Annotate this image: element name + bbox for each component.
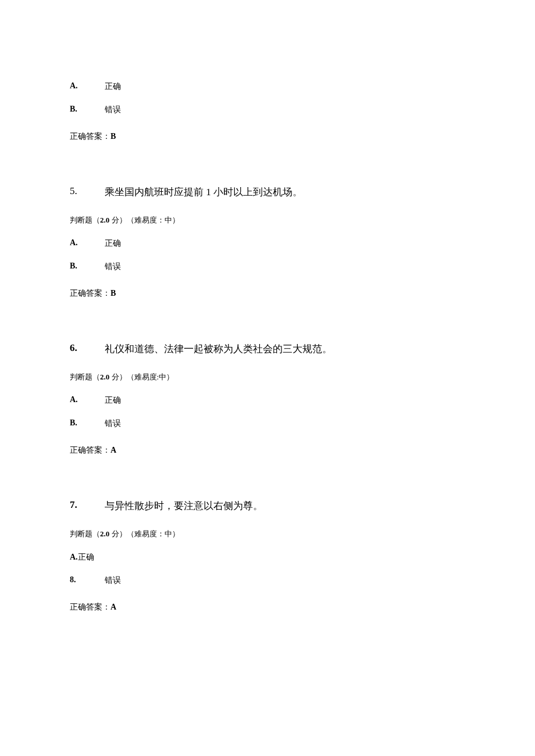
meta-suffix: 分）（难易度：中）: [109, 529, 179, 538]
meta-prefix: 判断题（: [70, 372, 100, 381]
answer-value: A: [110, 446, 116, 454]
option-b-label: B.: [70, 261, 105, 272]
meta-suffix: 分）（难易度：中）: [109, 216, 179, 224]
question-title: 6. 礼仪和道德、法律一起被称为人类社会的三大规范。: [70, 342, 465, 356]
answer-line: 正确答案：B: [70, 131, 465, 142]
answer-label: 正确答案：: [70, 132, 110, 141]
option-b-row: B. 错误: [70, 105, 465, 115]
option-a-label: A.: [70, 238, 105, 249]
option-b-row: B. 错误: [70, 418, 465, 429]
meta-score: 2.0: [100, 529, 109, 538]
option-b-text: 错误: [105, 575, 121, 586]
option-b-row: 8. 错误: [70, 575, 465, 586]
question-text: 礼仪和道德、法律一起被称为人类社会的三大规范。: [105, 342, 332, 356]
option-a-text: 正确: [105, 395, 121, 406]
option-a-text: 正确: [105, 238, 121, 249]
option-b-row: B. 错误: [70, 261, 465, 272]
option-a-row: A. 正确: [70, 81, 465, 92]
question-text: 与异性散步时，要注意以右侧为尊。: [105, 499, 263, 513]
answer-label: 正确答案：: [70, 603, 110, 611]
meta-score: 2.0: [100, 372, 109, 381]
answer-label: 正确答案：: [70, 446, 110, 454]
question-text: 乘坐国内航班时应提前 1 小时以上到达机场。: [105, 185, 302, 199]
option-b-text: 错误: [105, 105, 121, 115]
answer-value: B: [110, 132, 116, 141]
question-meta: 判断题（2.0 分）（难易度：中）: [70, 215, 465, 225]
question-title: 5. 乘坐国内航班时应提前 1 小时以上到达机场。: [70, 185, 465, 199]
option-a-label: A.: [70, 395, 105, 406]
option-b-label: 8.: [70, 575, 105, 586]
question-7: 7. 与异性散步时，要注意以右侧为尊。 判断题（2.0 分）（难易度：中） A.…: [70, 499, 465, 612]
question-6: 6. 礼仪和道德、法律一起被称为人类社会的三大规范。 判断题（2.0 分）（难易…: [70, 342, 465, 456]
option-a-text: 正确: [78, 553, 94, 561]
question-4-partial: A. 正确 B. 错误 正确答案：B: [70, 81, 465, 142]
meta-prefix: 判断题（: [70, 529, 100, 538]
option-a-text: 正确: [105, 81, 121, 92]
option-b-text: 错误: [105, 261, 121, 272]
meta-prefix: 判断题（: [70, 216, 100, 224]
answer-value: A: [110, 603, 116, 611]
answer-line: 正确答案：A: [70, 602, 465, 612]
option-a-row: A.正确: [70, 552, 465, 562]
question-number: 5.: [70, 185, 105, 199]
meta-score: 2.0: [100, 216, 109, 224]
option-a-label: A.: [70, 553, 78, 561]
answer-line: 正确答案：A: [70, 445, 465, 456]
answer-line: 正确答案：B: [70, 288, 465, 299]
question-title: 7. 与异性散步时，要注意以右侧为尊。: [70, 499, 465, 513]
question-meta: 判断题（2.0 分）（难易度:中）: [70, 372, 465, 382]
question-5: 5. 乘坐国内航班时应提前 1 小时以上到达机场。 判断题（2.0 分）（难易度…: [70, 185, 465, 299]
question-number: 7.: [70, 499, 105, 513]
option-b-text: 错误: [105, 418, 121, 429]
option-a-row: A. 正确: [70, 395, 465, 406]
option-b-label: B.: [70, 418, 105, 429]
answer-label: 正确答案：: [70, 289, 110, 298]
answer-value: B: [110, 289, 116, 298]
question-number: 6.: [70, 342, 105, 356]
option-b-label: B.: [70, 105, 105, 115]
option-a-row: A. 正确: [70, 238, 465, 249]
question-meta: 判断题（2.0 分）（难易度：中）: [70, 529, 465, 539]
meta-suffix: 分）（难易度:中）: [109, 372, 174, 381]
option-a-label: A.: [70, 81, 105, 92]
